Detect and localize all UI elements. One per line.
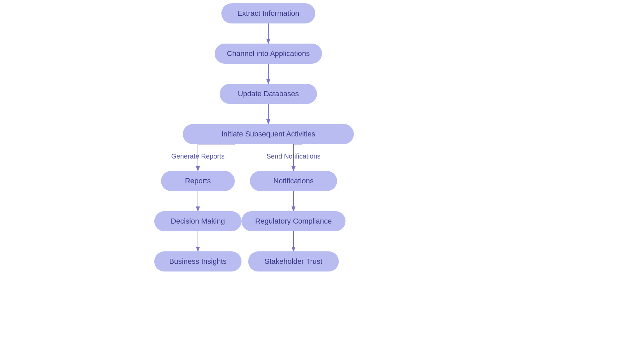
node-update: Update Databases xyxy=(220,84,317,104)
node-initiate: Initiate Subsequent Activities xyxy=(183,124,354,144)
node-stakeholder: Stakeholder Trust xyxy=(248,251,339,272)
node-notifications: Notifications xyxy=(250,171,337,191)
node-reports: Reports xyxy=(161,171,235,191)
node-business: Business Insights xyxy=(154,251,241,272)
edge-label-notifications: Send Notifications xyxy=(250,153,337,160)
node-decision: Decision Making xyxy=(154,211,241,231)
edge-label-reports: Generate Reports xyxy=(161,153,235,160)
flowchart-diagram: Extract Information Channel into Applica… xyxy=(0,0,644,362)
node-extract: Extract Information xyxy=(221,3,315,23)
node-regulatory: Regulatory Compliance xyxy=(241,211,345,231)
node-channel: Channel into Applications xyxy=(215,44,322,64)
